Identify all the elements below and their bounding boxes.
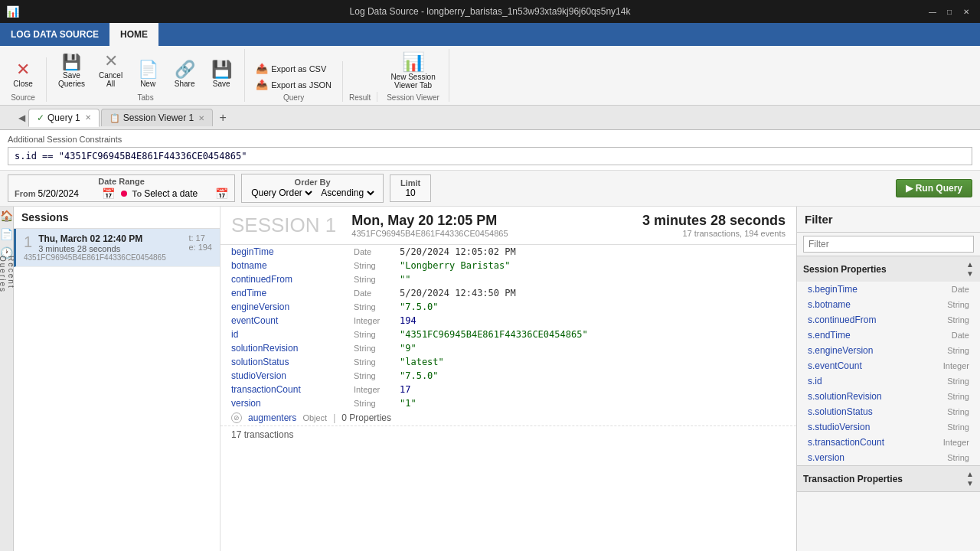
to-dot-icon (121, 191, 127, 197)
order-direction-select[interactable]: Ascending (318, 187, 377, 199)
save-queries-button[interactable]: 💾 Save Queries (53, 51, 90, 92)
filter-section-transaction-properties: Transaction Properties ▲ ▼ (797, 466, 980, 492)
property-row: id String "4351FC96945B4E861F44336CE0454… (220, 328, 796, 341)
filter-item[interactable]: s.eventCount Integer (797, 358, 980, 373)
filter-item[interactable]: s.transactionCount Integer (797, 435, 980, 450)
to-date-input[interactable] (144, 188, 213, 199)
prop-type: Integer (354, 385, 400, 394)
sidebar-home-icon[interactable]: 🏠 (1, 210, 13, 222)
filter-item[interactable]: s.botname String (797, 297, 980, 312)
filter-item[interactable]: s.id String (797, 373, 980, 389)
ribbon-group-result: Result (349, 92, 377, 102)
filter-item[interactable]: s.studioVersion String (797, 419, 980, 435)
filter-item[interactable]: s.solutionRevision String (797, 389, 980, 404)
session-e: e: 194 (188, 243, 212, 252)
session-duration: 3 minutes 28 seconds (24, 244, 212, 253)
scroll-up-icon[interactable]: ▲ (966, 260, 974, 269)
filter-item-name: s.continuedFrom (808, 315, 876, 325)
tab-query-1-check-icon: ✓ (37, 112, 44, 123)
close-button[interactable]: ✕ (959, 4, 974, 19)
tab-query-1[interactable]: ✓ Query 1 ✕ (28, 109, 100, 127)
transaction-properties-label: Transaction Properties (803, 474, 903, 484)
filter-item[interactable]: s.beginTime Date (797, 282, 980, 297)
from-date-input[interactable] (38, 188, 100, 199)
maximize-button[interactable]: □ (942, 4, 957, 19)
prop-name: studioVersion (231, 370, 354, 381)
prop-value: "" (400, 274, 410, 285)
session-title-label: SESSION 1 (231, 214, 336, 237)
order-by-select[interactable]: Query Order (248, 187, 315, 199)
limit-input[interactable] (397, 187, 424, 198)
save-queries-icon: 💾 (62, 54, 81, 70)
property-row: transactionCount Integer 17 (220, 383, 796, 396)
tab-session-viewer-1[interactable]: 📋 Session Viewer 1 ✕ (101, 109, 214, 126)
filter-item-type: String (947, 346, 969, 355)
tab-query-1-close[interactable]: ✕ (85, 113, 91, 122)
augmenters-type: Object (302, 413, 327, 422)
filter-section-session-properties-header[interactable]: Session Properties ▲ ▼ (797, 256, 980, 282)
filter-section-transaction-properties-header[interactable]: Transaction Properties ▲ ▼ (797, 466, 980, 491)
minimize-button[interactable]: — (925, 4, 940, 19)
run-query-button[interactable]: ▶ Run Query (896, 179, 972, 197)
filter-item-name: s.studioVersion (808, 422, 870, 432)
prop-type: String (354, 302, 400, 311)
tab-add-button[interactable]: + (214, 109, 231, 126)
filter-header: Filter (797, 207, 980, 233)
ribbon-tab-home[interactable]: HOME (109, 23, 158, 46)
source-group-label: Source (11, 93, 35, 102)
from-field: From 📅 (15, 187, 115, 200)
filter-item-name: s.id (808, 376, 822, 386)
tx-scroll-up-icon[interactable]: ▲ (966, 470, 974, 478)
prop-value: 5/20/2024 12:43:50 PM (400, 288, 516, 298)
export-csv-button[interactable]: 📤 Export as CSV (251, 61, 331, 76)
date-range-inputs: From 📅 To 📅 (15, 187, 228, 200)
main-area: Additional Session Constraints Date Rang… (0, 130, 980, 551)
prop-value: "4351FC96945B4E861F44336CE0454865" (400, 329, 588, 340)
filter-section-session-properties: Session Properties ▲ ▼ s.beginTime Date … (797, 256, 980, 466)
window-title: Log Data Source - longberry_baristas_1n5… (350, 6, 631, 17)
export-json-icon: 📤 (256, 79, 268, 90)
close-button-ribbon[interactable]: ✕ Close (6, 57, 40, 92)
property-row: continuedFrom String "" (220, 272, 796, 286)
export-json-button[interactable]: 📤 Export as JSON (251, 77, 336, 92)
save-button[interactable]: 💾 Save (204, 57, 238, 92)
session-duration-header: 3 minutes 28 seconds (642, 213, 786, 229)
session-datetime: Mon, May 20 12:05 PM (351, 213, 508, 229)
filter-item[interactable]: s.continuedFrom String (797, 312, 980, 328)
session-properties-label: Session Properties (803, 264, 887, 275)
filter-item[interactable]: s.version String (797, 450, 980, 465)
tab-session-viewer-close[interactable]: ✕ (198, 114, 204, 122)
to-calendar-icon[interactable]: 📅 (215, 187, 228, 200)
new-session-viewer-button[interactable]: 📊 New Session Viewer Tab (384, 49, 442, 92)
filter-item-name: s.engineVersion (808, 345, 873, 356)
sidebar-doc-icon[interactable]: 📄 (1, 228, 13, 240)
constraints-input[interactable] (8, 147, 972, 165)
prop-value: "7.5.0" (400, 302, 439, 312)
new-button[interactable]: 📄 New (131, 57, 165, 92)
from-calendar-icon[interactable]: 📅 (102, 187, 115, 200)
filter-item-type: String (947, 392, 969, 401)
filter-item-type: String (947, 453, 969, 462)
session-item[interactable]: 1 t: 17 e: 194 Thu, March 02 12:40 PM 3 … (14, 229, 220, 267)
ribbon-tab-log-data-source[interactable]: LOG DATA SOURCE (0, 23, 109, 46)
filter-item[interactable]: s.engineVersion String (797, 343, 980, 358)
left-arrow-icon[interactable]: ◀ (18, 112, 25, 123)
property-row: endTime Date 5/20/2024 12:43:50 PM (220, 286, 796, 300)
prop-type: String (354, 344, 400, 353)
filter-search-input[interactable] (803, 236, 974, 253)
transactions-row: 17 transactions (220, 425, 796, 443)
filter-item-type: String (947, 300, 969, 309)
filter-item[interactable]: s.solutionStatus String (797, 404, 980, 419)
query-group-label: Query (283, 93, 304, 102)
detail-scroll-area[interactable]: beginTime Date 5/20/2024 12:05:02 PM bot… (220, 245, 796, 551)
prop-value: "latest" (400, 357, 444, 367)
tx-scroll-down-icon[interactable]: ▼ (966, 479, 974, 487)
scroll-down-icon[interactable]: ▼ (966, 269, 974, 278)
filter-item[interactable]: s.endTime Date (797, 328, 980, 343)
cancel-all-button[interactable]: ✕ Cancel All (93, 49, 128, 92)
sidebar-queries-icon[interactable]: Recent Queries (1, 268, 13, 280)
share-button[interactable]: 🔗 Share (168, 57, 201, 92)
close-label: Close (13, 80, 33, 88)
prop-name: beginTime (231, 246, 354, 257)
limit-label: Limit (400, 178, 420, 187)
